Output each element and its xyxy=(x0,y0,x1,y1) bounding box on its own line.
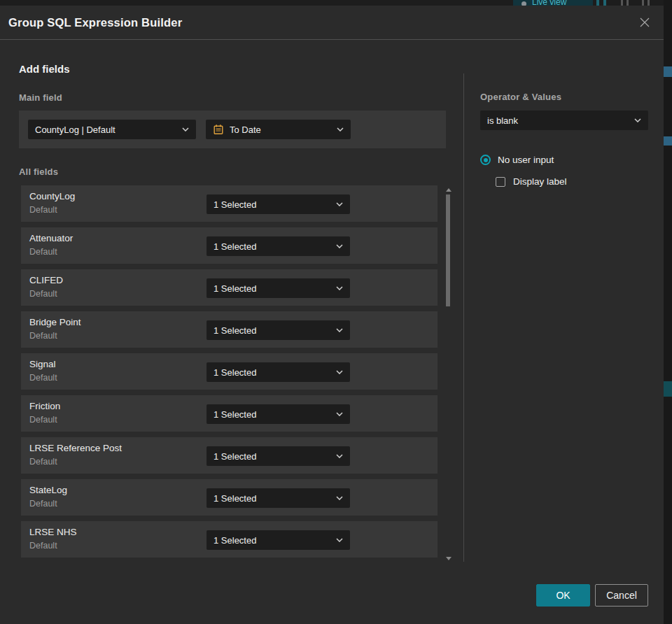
field-selected-dropdown[interactable]: 1 Selected xyxy=(206,194,350,214)
group-sql-expression-builder-dialog: Group SQL Expression Builder Add fields … xyxy=(0,6,664,624)
field-row: Attenuator Default 1 Selected xyxy=(21,227,438,264)
background-bar xyxy=(642,0,644,6)
field-row: Bridge Point Default 1 Selected xyxy=(21,311,438,348)
live-view-label: Live view xyxy=(532,0,566,6)
main-value-select[interactable]: To Date xyxy=(206,120,351,139)
chevron-down-icon xyxy=(182,127,189,132)
checkbox-unchecked-icon xyxy=(496,177,505,187)
field-selected-value: 1 Selected xyxy=(214,199,330,210)
display-label-label: Display label xyxy=(513,176,567,187)
main-field-row: CountyLog | Default To Date xyxy=(19,111,446,148)
field-selected-value: 1 Selected xyxy=(214,493,330,504)
display-label-checkbox[interactable]: Display label xyxy=(496,176,567,187)
radio-selected-icon xyxy=(480,155,491,165)
field-selected-dropdown[interactable]: 1 Selected xyxy=(206,530,350,550)
field-selected-value: 1 Selected xyxy=(214,367,330,378)
live-view-indicator: Live view xyxy=(513,0,593,6)
chevron-down-icon xyxy=(336,244,343,248)
background-fragment xyxy=(664,381,672,397)
fields-list-scrollbar[interactable] xyxy=(446,194,450,306)
field-selected-dropdown[interactable]: 1 Selected xyxy=(206,488,350,508)
field-row: LRSE Reference Post Default 1 Selected xyxy=(21,437,438,474)
dialog-title: Group SQL Expression Builder xyxy=(8,16,182,29)
field-selected-dropdown[interactable]: 1 Selected xyxy=(206,278,350,298)
main-field-select-value: CountyLog | Default xyxy=(35,125,176,135)
add-fields-heading: Add fields xyxy=(19,63,70,75)
chevron-down-icon xyxy=(336,496,343,500)
chevron-down-icon xyxy=(634,118,641,122)
background-app-strip: Live view xyxy=(0,0,672,6)
scrollbar-down-arrow-icon[interactable] xyxy=(446,557,451,560)
chevron-down-icon xyxy=(336,328,343,332)
panel-divider xyxy=(463,73,464,562)
all-fields-list: CountyLog Default 1 Selected Attenuator … xyxy=(21,185,438,558)
dialog-header: Group SQL Expression Builder xyxy=(0,6,664,40)
field-row: CLIFED Default 1 Selected xyxy=(21,269,438,306)
field-selected-value: 1 Selected xyxy=(214,535,330,546)
operator-values-label: Operator & Values xyxy=(480,92,561,102)
field-selected-dropdown[interactable]: 1 Selected xyxy=(206,236,350,256)
field-selected-dropdown[interactable]: 1 Selected xyxy=(206,320,350,340)
background-right-strip xyxy=(664,0,672,624)
chevron-down-icon xyxy=(336,538,343,542)
chevron-down-icon xyxy=(337,127,344,132)
field-selected-value: 1 Selected xyxy=(214,241,330,252)
close-button[interactable] xyxy=(636,13,654,31)
chevron-down-icon xyxy=(336,202,343,206)
main-field-select[interactable]: CountyLog | Default xyxy=(28,120,196,139)
operator-select[interactable]: is blank xyxy=(480,111,648,130)
calendar-icon xyxy=(213,124,224,135)
all-fields-label: All fields xyxy=(19,166,58,177)
field-selected-value: 1 Selected xyxy=(214,325,330,336)
operator-select-value: is blank xyxy=(487,115,629,126)
no-user-input-radio[interactable]: No user input xyxy=(480,155,554,165)
cancel-button[interactable]: Cancel xyxy=(595,584,648,607)
field-selected-value: 1 Selected xyxy=(214,283,330,294)
background-bar xyxy=(596,0,599,6)
field-row: LRSE NHS Default 1 Selected xyxy=(21,521,438,558)
background-fragment xyxy=(664,66,672,77)
field-selected-dropdown[interactable]: 1 Selected xyxy=(206,446,350,466)
background-bar xyxy=(648,0,650,6)
close-icon xyxy=(639,17,650,28)
field-row: StateLog Default 1 Selected xyxy=(21,479,438,516)
ok-button[interactable]: OK xyxy=(536,584,590,607)
screen: Live view Group SQL Expression Builder A… xyxy=(0,0,672,624)
background-bar xyxy=(626,0,629,6)
field-selected-value: 1 Selected xyxy=(214,451,330,462)
field-row: Friction Default 1 Selected xyxy=(21,395,438,432)
background-bar xyxy=(621,0,623,6)
no-user-input-label: No user input xyxy=(498,155,554,165)
background-fragment xyxy=(664,136,672,146)
field-selected-dropdown[interactable]: 1 Selected xyxy=(206,362,350,382)
scrollbar-up-arrow-icon[interactable] xyxy=(446,188,451,192)
field-selected-value: 1 Selected xyxy=(214,409,330,420)
field-row: CountyLog Default 1 Selected xyxy=(21,185,438,222)
field-selected-dropdown[interactable]: 1 Selected xyxy=(206,404,350,424)
field-row: Signal Default 1 Selected xyxy=(21,353,438,390)
chevron-down-icon xyxy=(336,286,343,290)
main-value-select-value: To Date xyxy=(230,125,331,135)
chevron-down-icon xyxy=(336,370,343,374)
background-bar xyxy=(603,0,606,6)
chevron-down-icon xyxy=(336,412,343,416)
chevron-down-icon xyxy=(336,454,343,458)
main-field-label: Main field xyxy=(19,92,62,103)
